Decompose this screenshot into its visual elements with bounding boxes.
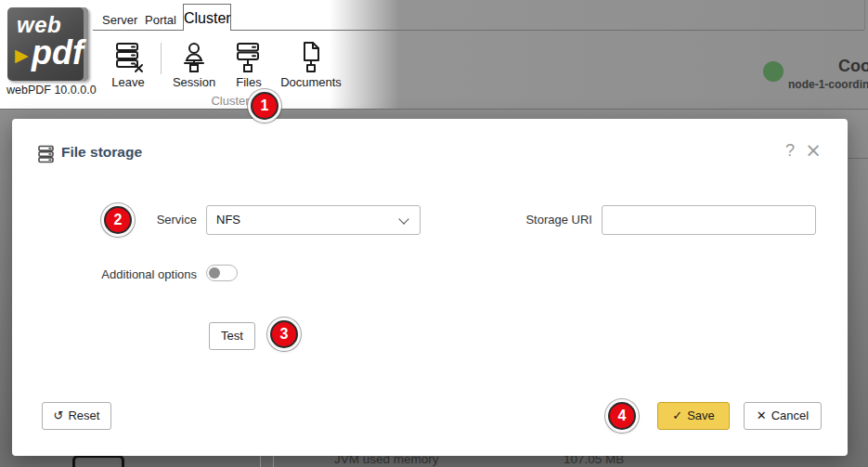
ribbon-label-documents: Documents <box>279 75 343 89</box>
logo-text-pdf: pdf <box>32 33 84 72</box>
leave-cluster-icon <box>111 41 145 74</box>
reset-button-label: Reset <box>68 409 99 422</box>
coordinator-status-dot <box>763 61 784 82</box>
cross-icon: ✕ <box>757 409 767 422</box>
step-badge-1: 1 <box>251 92 279 120</box>
ribbon-bottom-divider <box>0 109 868 110</box>
chevron-down-icon <box>398 214 408 224</box>
step-badge-3: 3 <box>270 320 298 348</box>
additional-options-label: Additional options <box>12 267 197 281</box>
documents-icon <box>294 41 328 74</box>
reset-button[interactable]: ↺Reset <box>42 402 111 430</box>
ribbon-button-files[interactable]: Files <box>216 41 281 89</box>
test-button[interactable]: Test <box>209 322 255 350</box>
service-select[interactable]: NFS <box>206 205 421 235</box>
file-storage-dialog: File storage ? × Service NFS Storage URI… <box>12 119 848 456</box>
service-selected-value: NFS <box>216 213 240 227</box>
save-button-label: Save <box>687 409 715 422</box>
step-badge-4: 4 <box>608 402 636 430</box>
close-icon[interactable]: × <box>803 139 823 163</box>
cancel-button[interactable]: ✕Cancel <box>744 402 822 430</box>
dialog-title: File storage <box>61 144 142 161</box>
coordinator-title: Coo <box>838 57 868 76</box>
file-storage-icon <box>37 145 56 163</box>
background-divider <box>273 456 274 467</box>
server-stack-icon <box>72 455 124 467</box>
tab-portal[interactable]: Portal <box>145 9 176 31</box>
storage-uri-input[interactable] <box>602 205 816 235</box>
ribbon-button-documents[interactable]: Documents <box>279 41 343 89</box>
help-icon[interactable]: ? <box>781 141 799 163</box>
cancel-button-label: Cancel <box>771 409 809 422</box>
webpdf-logo: web ▶ pdf <box>7 7 88 81</box>
save-button[interactable]: ✓Save <box>657 402 730 430</box>
coordinator-node-name: node-1-coordina <box>788 78 868 91</box>
logo-play-icon: ▶ <box>15 45 29 66</box>
ribbon-label-files: Files <box>216 75 281 89</box>
checkmark-icon: ✓ <box>672 409 682 422</box>
app-version: webPDF 10.0.0.0 <box>6 84 109 97</box>
step-badge-2: 2 <box>104 206 132 234</box>
files-icon <box>232 41 266 74</box>
tabbar-divider <box>230 30 864 31</box>
background-divider <box>260 456 261 467</box>
additional-options-toggle[interactable] <box>206 265 238 281</box>
session-icon <box>177 41 211 74</box>
header-vertical-divider <box>864 0 865 30</box>
toggle-knob <box>209 267 220 279</box>
background-divider <box>848 158 868 159</box>
reset-icon: ↺ <box>54 409 64 422</box>
ribbon-label-leave: Leave <box>96 75 161 89</box>
storage-uri-label: Storage URI <box>411 213 592 227</box>
tab-server[interactable]: Server <box>102 9 137 31</box>
tab-cluster[interactable]: Cluster <box>183 4 231 31</box>
ribbon-button-leave[interactable]: Leave <box>96 41 161 89</box>
